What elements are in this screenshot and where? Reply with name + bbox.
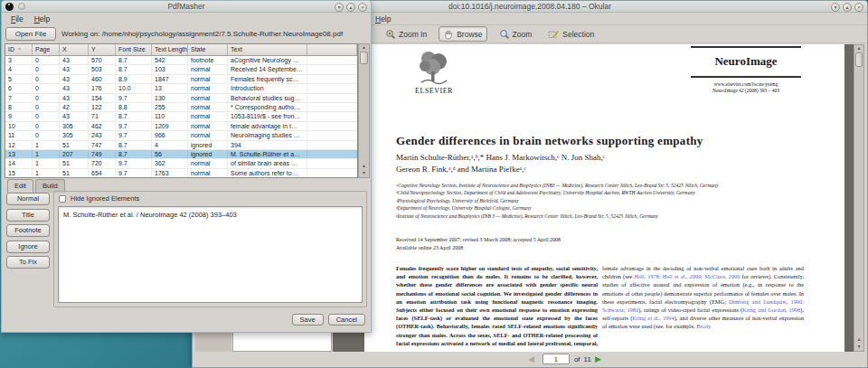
hide-ignored-row: Hide Ignored Elements (59, 194, 139, 203)
normal-button[interactable]: Normal (6, 193, 50, 205)
maximize-icon[interactable]: ▴ (346, 3, 355, 12)
table-cell: female advantage in t… (228, 122, 307, 130)
table-row[interactable]: 1312077498.756ignoredM. Schulte-Rüther e… (5, 150, 357, 159)
maximize-icon[interactable]: ▴ (843, 3, 852, 12)
table-cell: 720 (89, 159, 116, 167)
scrollbar-thumb[interactable] (360, 52, 368, 64)
zoom-tool-button[interactable]: Zoom (495, 26, 537, 42)
citation-link[interactable]: Kring et al., 1994 (632, 315, 674, 321)
table-cell: 0 (33, 103, 60, 111)
pdfmasher-window-title: PdfMasher (2, 2, 371, 11)
hide-ignored-checkbox[interactable] (59, 195, 66, 203)
table-vertical-scrollbar[interactable]: ▴ ▴ ▾ (358, 43, 370, 178)
page-number-input[interactable]: 1 (542, 354, 570, 364)
table-row[interactable]: 1103052439.7966normalNeuroimaging studie… (5, 131, 357, 140)
citation-link[interactable]: Hall, 1978; Hall et al., 2000; McClure, … (634, 273, 740, 279)
elsevier-logo: ELSEVIER (402, 50, 466, 95)
sort-ascending-icon: ^ (18, 47, 21, 52)
scroll-up-icon[interactable]: ▴ (359, 163, 369, 170)
menu-help[interactable]: Help (371, 14, 395, 24)
cancel-button[interactable]: Cancel (328, 314, 365, 326)
save-button[interactable]: Save (292, 314, 324, 326)
table-cell: 7 (5, 94, 33, 102)
table-row[interactable]: 9043718.7110normal1053-8119/$ - see fron… (5, 112, 357, 121)
table-cell: 1847 (152, 75, 188, 83)
column-header-state[interactable]: State (188, 44, 228, 55)
document-viewer[interactable]: ELSEVIER NeuroImage www.elsevier.com/loc… (333, 44, 854, 352)
footnote-button[interactable]: Footnote (6, 224, 50, 237)
table-cell: 966 (152, 131, 188, 139)
column-header-x[interactable]: X (60, 44, 89, 55)
table-row[interactable]: 121517478.74ignored394 (5, 141, 357, 150)
open-file-button[interactable]: Open File (5, 27, 56, 41)
column-header-font-size[interactable]: Font Size (116, 44, 152, 55)
paper-authors: Martin Schulte-Rüther,ᵃ,ᵇ,* Hans J. Mark… (396, 152, 605, 175)
selection-tool-button[interactable]: Selection (543, 26, 599, 42)
right-column-text: female advantage in the decoding of non-… (602, 264, 804, 350)
table-cell: 0 (33, 131, 60, 139)
table-cell: 9.7 (116, 131, 152, 139)
title-button[interactable]: Title (6, 209, 50, 222)
minimize-icon[interactable]: ▾ (831, 3, 840, 12)
column-header-text[interactable]: Text (228, 44, 307, 55)
scroll-up-icon[interactable]: ▴ (854, 45, 863, 52)
table-cell: 8.7 (116, 150, 152, 158)
selection-icon (548, 29, 560, 40)
scroll-up-icon[interactable]: ▴ (854, 336, 863, 344)
table-cell: normal (188, 103, 228, 111)
table-row[interactable]: 1003054629.71209normalfemale advantage i… (5, 122, 357, 131)
table-cell: normal (188, 112, 228, 120)
minimize-icon[interactable]: ▾ (335, 3, 344, 12)
table-row[interactable]: 70431549.7130normalBehavioral studies su… (5, 94, 357, 103)
table-row[interactable]: 80421228.8255normal* Corresponding autho… (5, 103, 357, 112)
column-header-page[interactable]: Page (33, 44, 60, 55)
table-row[interactable]: 604317610.013normalIntroduction (5, 84, 357, 93)
close-icon[interactable]: × (358, 3, 367, 12)
table-row[interactable]: 30435708.7542footnoteaCognitive Neurolog… (5, 56, 357, 65)
menu-help[interactable]: Help (29, 14, 55, 24)
table-cell: 4 (152, 141, 188, 149)
previous-page-icon[interactable]: ◀ (528, 354, 534, 363)
element-preview-textarea[interactable]: M. Schulte-Rüther et al. / NeuroImage 42… (58, 206, 363, 303)
table-cell: 1053-8119/$ - see fron… (228, 112, 307, 120)
scrollbar-thumb[interactable] (855, 52, 863, 67)
table-cell: footnote (188, 56, 228, 64)
table-cell: 176 (89, 84, 116, 92)
scrollbar-track[interactable] (359, 64, 369, 163)
okular-vertical-scrollbar[interactable]: ▴ ▴ ▾ (854, 44, 864, 352)
table-cell: Behavioral studies sug… (228, 94, 307, 102)
menu-file[interactable]: File (5, 14, 29, 24)
ignore-button[interactable]: Ignore (6, 241, 50, 253)
table-cell: 1 (33, 150, 60, 158)
table-row[interactable]: 50434608.91847normalFemales frequently s… (5, 75, 357, 84)
journal-url[interactable]: www.elsevier.com/locate/ynimg (691, 81, 801, 88)
to-fix-button[interactable]: To Fix (6, 256, 50, 269)
column-header-id[interactable]: ID^ (5, 44, 33, 55)
table-cell: 122 (89, 103, 116, 111)
table-cell (307, 75, 357, 83)
pdfmasher-titlebar[interactable]: PdfMasher ▾ ▴ × (2, 1, 371, 13)
close-icon[interactable]: × (854, 3, 863, 12)
column-header-y[interactable]: Y (89, 44, 116, 55)
tab-edit[interactable]: Edit (7, 179, 33, 193)
scroll-down-icon[interactable]: ▾ (854, 344, 863, 351)
available-line: Available online 23 April 2008 (396, 244, 561, 252)
table-cell (307, 112, 357, 120)
next-page-icon[interactable]: ▶ (595, 354, 601, 363)
column-header-text-length[interactable]: Text Length (152, 44, 188, 55)
table-cell: 654 (89, 169, 116, 177)
table-row[interactable]: 40435038.7103normalReceived 14 Septembe… (5, 65, 357, 74)
table-cell: 8.8 (116, 103, 152, 111)
citation-link[interactable]: Brody (696, 323, 711, 329)
scroll-down-icon[interactable]: ▾ (359, 170, 369, 177)
scroll-up-icon[interactable]: ▴ (359, 44, 369, 52)
table-row[interactable]: 141517209.7362normalof similar brain are… (5, 159, 357, 168)
table-cell: 110 (152, 112, 188, 120)
table-cell: 0 (33, 56, 60, 64)
browse-tool-button[interactable]: Browse (439, 26, 486, 42)
zoom-in-button[interactable]: Zoom In (381, 26, 431, 42)
scrollbar-track[interactable] (854, 67, 863, 336)
citation-link[interactable]: Kring and Gordon, 1998 (742, 307, 800, 313)
table-row[interactable]: 151516549.71763normalSome authors refer … (5, 169, 357, 178)
table-cell: normal (188, 75, 228, 83)
